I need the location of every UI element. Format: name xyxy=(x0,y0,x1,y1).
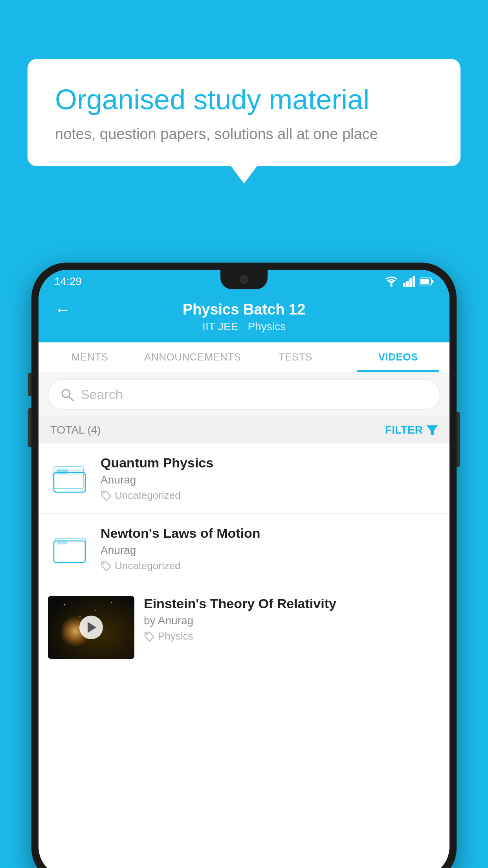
search-container: Search xyxy=(39,372,449,417)
phone-frame: 14:29 xyxy=(31,263,457,868)
subtitle-tag-iitjee: IIT JEE xyxy=(202,320,238,333)
item-title: Newton's Laws of Motion xyxy=(101,526,440,541)
svg-rect-14 xyxy=(57,469,68,474)
svg-point-16 xyxy=(103,492,105,494)
item-title: Quantum Physics xyxy=(101,455,440,471)
item-title: Einstein's Theory Of Relativity xyxy=(144,596,440,611)
item-info: Newton's Laws of Motion Anurag Uncategor… xyxy=(101,526,440,572)
header-title: Physics Batch 12 xyxy=(183,301,306,318)
svg-point-20 xyxy=(103,563,105,565)
filter-bar: TOTAL (4) FILTER xyxy=(39,417,449,443)
folder-icon xyxy=(52,461,87,496)
item-author: Anurag xyxy=(101,474,440,486)
bubble-headline: Organised study material xyxy=(55,83,433,116)
tab-videos[interactable]: VIDEOS xyxy=(347,342,450,372)
signal-icon xyxy=(403,276,415,287)
app-header: ← Physics Batch 12 IIT JEE Physics xyxy=(39,293,449,342)
item-folder-icon xyxy=(48,527,91,570)
tag-icon xyxy=(101,490,112,501)
subtitle-tag-physics: Physics xyxy=(248,320,285,333)
search-icon xyxy=(60,388,74,402)
svg-marker-11 xyxy=(427,425,438,435)
svg-rect-13 xyxy=(54,473,85,492)
phone-screen: 14:29 xyxy=(39,270,449,868)
item-author: Anurag xyxy=(101,544,440,557)
tag-icon xyxy=(144,631,155,642)
status-icons xyxy=(384,276,434,287)
svg-rect-2 xyxy=(403,283,405,287)
header-subtitle: IIT JEE Physics xyxy=(202,320,286,333)
svg-point-21 xyxy=(146,633,148,635)
tab-announcements[interactable]: ANNOUNCEMENTS xyxy=(141,342,244,372)
item-info: Einstein's Theory Of Relativity by Anura… xyxy=(144,596,440,642)
item-tag: Uncategorized xyxy=(101,489,440,502)
list-item[interactable]: Newton's Laws of Motion Anurag Uncategor… xyxy=(39,514,449,584)
play-button[interactable] xyxy=(79,616,103,639)
list-item[interactable]: Quantum Physics Anurag Uncategorized xyxy=(39,443,449,514)
svg-rect-3 xyxy=(406,281,409,287)
bubble-subtext: notes, question papers, solutions all at… xyxy=(55,126,433,143)
search-box[interactable]: Search xyxy=(48,379,440,410)
svg-rect-19 xyxy=(57,541,68,544)
search-placeholder: Search xyxy=(81,387,123,402)
volume-up-button xyxy=(28,373,31,396)
svg-rect-7 xyxy=(420,279,429,284)
battery-icon xyxy=(420,277,434,286)
wifi-icon xyxy=(384,276,398,287)
back-button[interactable]: ← xyxy=(54,300,71,319)
item-tag: Physics xyxy=(144,630,440,642)
item-info: Quantum Physics Anurag Uncategorized xyxy=(101,455,440,502)
svg-point-1 xyxy=(390,284,393,287)
video-thumbnail xyxy=(48,596,134,659)
tag-icon xyxy=(101,561,112,572)
status-bar: 14:29 xyxy=(39,270,449,293)
play-triangle-icon xyxy=(88,622,96,633)
filter-icon xyxy=(427,425,438,435)
volume-down-button xyxy=(28,408,31,447)
item-author: by Anurag xyxy=(144,614,440,627)
tab-tests[interactable]: TESTS xyxy=(244,342,347,372)
svg-rect-4 xyxy=(409,278,412,287)
item-folder-icon xyxy=(48,457,91,500)
svg-line-10 xyxy=(69,397,73,401)
svg-marker-0 xyxy=(388,281,394,285)
svg-rect-5 xyxy=(413,276,415,287)
total-count: TOTAL (4) xyxy=(50,424,101,436)
notch xyxy=(220,270,268,289)
folder-icon xyxy=(52,531,87,566)
item-tag: Uncategorized xyxy=(101,560,440,572)
tab-bar: MENTS ANNOUNCEMENTS TESTS VIDEOS xyxy=(39,342,449,372)
list-item[interactable]: Einstein's Theory Of Relativity by Anura… xyxy=(39,584,449,671)
filter-button[interactable]: FILTER xyxy=(385,424,438,436)
power-button xyxy=(457,412,460,467)
camera-notch xyxy=(240,275,248,284)
svg-rect-8 xyxy=(432,280,433,283)
speech-bubble-card: Organised study material notes, question… xyxy=(28,59,460,166)
tab-ments[interactable]: MENTS xyxy=(39,342,141,372)
video-list: Quantum Physics Anurag Uncategorized xyxy=(39,443,449,671)
status-time: 14:29 xyxy=(54,275,82,288)
